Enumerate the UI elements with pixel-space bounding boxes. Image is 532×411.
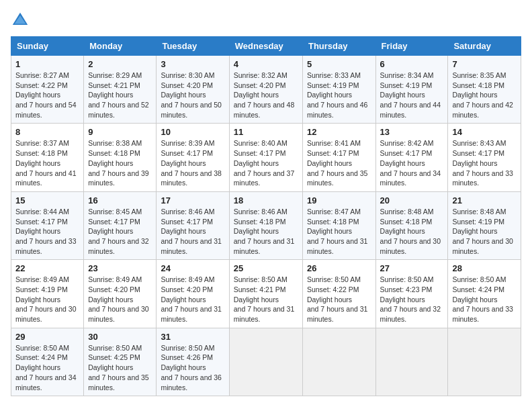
calendar-cell: 8 Sunrise: 8:37 AM Sunset: 4:18 PM Dayli… <box>11 124 84 191</box>
day-number: 19 <box>307 195 371 205</box>
calendar-cell: 5 Sunrise: 8:33 AM Sunset: 4:19 PM Dayli… <box>302 56 375 124</box>
day-number: 10 <box>161 127 224 137</box>
weekday-header-wednesday: Wednesday <box>229 37 302 56</box>
calendar-cell: 16 Sunrise: 8:45 AM Sunset: 4:17 PM Dayl… <box>84 191 157 259</box>
day-detail: Sunrise: 8:43 AM Sunset: 4:17 PM Dayligh… <box>452 138 517 187</box>
day-number: 9 <box>88 127 152 137</box>
day-number: 29 <box>15 332 79 342</box>
calendar-cell: 22 Sunrise: 8:49 AM Sunset: 4:19 PM Dayl… <box>11 260 84 328</box>
day-detail: Sunrise: 8:48 AM Sunset: 4:19 PM Dayligh… <box>452 207 517 256</box>
day-number: 30 <box>88 332 152 342</box>
day-number: 2 <box>88 59 152 69</box>
weekday-header-thursday: Thursday <box>302 37 375 56</box>
calendar-cell: 1 Sunrise: 8:27 AM Sunset: 4:22 PM Dayli… <box>11 56 84 124</box>
day-detail: Sunrise: 8:49 AM Sunset: 4:20 PM Dayligh… <box>88 275 152 324</box>
day-detail: Sunrise: 8:41 AM Sunset: 4:17 PM Dayligh… <box>307 138 371 187</box>
calendar-cell: 12 Sunrise: 8:41 AM Sunset: 4:17 PM Dayl… <box>302 124 375 191</box>
day-number: 24 <box>161 263 224 273</box>
day-detail: Sunrise: 8:49 AM Sunset: 4:19 PM Dayligh… <box>15 275 79 324</box>
calendar-cell <box>229 328 302 396</box>
day-detail: Sunrise: 8:50 AM Sunset: 4:24 PM Dayligh… <box>452 275 517 324</box>
day-detail: Sunrise: 8:39 AM Sunset: 4:17 PM Dayligh… <box>161 138 224 187</box>
day-detail: Sunrise: 8:50 AM Sunset: 4:22 PM Dayligh… <box>307 275 371 324</box>
day-detail: Sunrise: 8:50 AM Sunset: 4:24 PM Dayligh… <box>15 343 79 392</box>
calendar-cell <box>375 328 448 396</box>
day-detail: Sunrise: 8:38 AM Sunset: 4:18 PM Dayligh… <box>88 138 152 187</box>
page-header <box>11 11 521 30</box>
weekday-header-tuesday: Tuesday <box>157 37 229 56</box>
day-number: 14 <box>452 127 517 137</box>
day-detail: Sunrise: 8:37 AM Sunset: 4:18 PM Dayligh… <box>15 138 79 187</box>
calendar-cell: 13 Sunrise: 8:42 AM Sunset: 4:17 PM Dayl… <box>375 124 448 191</box>
calendar-cell: 31 Sunrise: 8:50 AM Sunset: 4:26 PM Dayl… <box>157 328 229 396</box>
day-number: 6 <box>380 59 444 69</box>
calendar-cell: 11 Sunrise: 8:40 AM Sunset: 4:17 PM Dayl… <box>229 124 302 191</box>
day-detail: Sunrise: 8:47 AM Sunset: 4:18 PM Dayligh… <box>307 207 371 256</box>
day-detail: Sunrise: 8:34 AM Sunset: 4:19 PM Dayligh… <box>380 71 444 120</box>
day-number: 12 <box>307 127 371 137</box>
day-number: 27 <box>380 263 444 273</box>
calendar-cell: 20 Sunrise: 8:48 AM Sunset: 4:18 PM Dayl… <box>375 191 448 259</box>
day-number: 11 <box>234 127 298 137</box>
day-number: 4 <box>234 59 298 69</box>
calendar-cell: 21 Sunrise: 8:48 AM Sunset: 4:19 PM Dayl… <box>448 191 521 259</box>
calendar-cell: 28 Sunrise: 8:50 AM Sunset: 4:24 PM Dayl… <box>448 260 521 328</box>
day-number: 13 <box>380 127 444 137</box>
day-detail: Sunrise: 8:27 AM Sunset: 4:22 PM Dayligh… <box>15 71 79 120</box>
day-detail: Sunrise: 8:50 AM Sunset: 4:23 PM Dayligh… <box>380 275 444 324</box>
calendar-cell: 18 Sunrise: 8:46 AM Sunset: 4:18 PM Dayl… <box>229 191 302 259</box>
day-detail: Sunrise: 8:30 AM Sunset: 4:20 PM Dayligh… <box>161 71 224 120</box>
calendar-cell: 26 Sunrise: 8:50 AM Sunset: 4:22 PM Dayl… <box>302 260 375 328</box>
calendar-header-row: SundayMondayTuesdayWednesdayThursdayFrid… <box>11 37 521 56</box>
day-number: 5 <box>307 59 371 69</box>
calendar-cell: 14 Sunrise: 8:43 AM Sunset: 4:17 PM Dayl… <box>448 124 521 191</box>
calendar-cell: 10 Sunrise: 8:39 AM Sunset: 4:17 PM Dayl… <box>157 124 229 191</box>
calendar-week-4: 22 Sunrise: 8:49 AM Sunset: 4:19 PM Dayl… <box>11 260 521 328</box>
day-detail: Sunrise: 8:46 AM Sunset: 4:17 PM Dayligh… <box>161 207 224 256</box>
calendar-table: SundayMondayTuesdayWednesdayThursdayFrid… <box>11 36 521 396</box>
day-number: 3 <box>161 59 224 69</box>
day-detail: Sunrise: 8:49 AM Sunset: 4:20 PM Dayligh… <box>161 275 224 324</box>
calendar-cell: 25 Sunrise: 8:50 AM Sunset: 4:21 PM Dayl… <box>229 260 302 328</box>
day-detail: Sunrise: 8:32 AM Sunset: 4:20 PM Dayligh… <box>234 71 298 120</box>
day-number: 25 <box>234 263 298 273</box>
day-number: 8 <box>15 127 79 137</box>
day-number: 23 <box>88 263 152 273</box>
day-detail: Sunrise: 8:33 AM Sunset: 4:19 PM Dayligh… <box>307 71 371 120</box>
day-number: 31 <box>161 332 224 342</box>
calendar-cell: 19 Sunrise: 8:47 AM Sunset: 4:18 PM Dayl… <box>302 191 375 259</box>
day-number: 21 <box>452 195 517 205</box>
day-detail: Sunrise: 8:48 AM Sunset: 4:18 PM Dayligh… <box>380 207 444 256</box>
calendar-cell <box>448 328 521 396</box>
calendar-cell: 4 Sunrise: 8:32 AM Sunset: 4:20 PM Dayli… <box>229 56 302 124</box>
day-number: 17 <box>161 195 224 205</box>
calendar-cell: 29 Sunrise: 8:50 AM Sunset: 4:24 PM Dayl… <box>11 328 84 396</box>
day-number: 26 <box>307 263 371 273</box>
logo-icon <box>11 11 30 30</box>
day-detail: Sunrise: 8:46 AM Sunset: 4:18 PM Dayligh… <box>234 207 298 256</box>
day-detail: Sunrise: 8:50 AM Sunset: 4:26 PM Dayligh… <box>161 343 224 392</box>
calendar-cell: 27 Sunrise: 8:50 AM Sunset: 4:23 PM Dayl… <box>375 260 448 328</box>
calendar-cell: 15 Sunrise: 8:44 AM Sunset: 4:17 PM Dayl… <box>11 191 84 259</box>
day-number: 1 <box>15 59 79 69</box>
day-number: 7 <box>452 59 517 69</box>
calendar-cell: 24 Sunrise: 8:49 AM Sunset: 4:20 PM Dayl… <box>157 260 229 328</box>
weekday-header-sunday: Sunday <box>11 37 84 56</box>
calendar-cell: 30 Sunrise: 8:50 AM Sunset: 4:25 PM Dayl… <box>84 328 157 396</box>
day-detail: Sunrise: 8:50 AM Sunset: 4:25 PM Dayligh… <box>88 343 152 392</box>
day-detail: Sunrise: 8:50 AM Sunset: 4:21 PM Dayligh… <box>234 275 298 324</box>
day-number: 28 <box>452 263 517 273</box>
calendar-cell: 2 Sunrise: 8:29 AM Sunset: 4:21 PM Dayli… <box>84 56 157 124</box>
day-detail: Sunrise: 8:29 AM Sunset: 4:21 PM Dayligh… <box>88 71 152 120</box>
day-number: 18 <box>234 195 298 205</box>
calendar-week-1: 1 Sunrise: 8:27 AM Sunset: 4:22 PM Dayli… <box>11 56 521 124</box>
calendar-cell: 17 Sunrise: 8:46 AM Sunset: 4:17 PM Dayl… <box>157 191 229 259</box>
day-detail: Sunrise: 8:35 AM Sunset: 4:18 PM Dayligh… <box>452 71 517 120</box>
calendar-week-2: 8 Sunrise: 8:37 AM Sunset: 4:18 PM Dayli… <box>11 124 521 191</box>
day-number: 22 <box>15 263 79 273</box>
day-detail: Sunrise: 8:44 AM Sunset: 4:17 PM Dayligh… <box>15 207 79 256</box>
day-number: 20 <box>380 195 444 205</box>
calendar-week-5: 29 Sunrise: 8:50 AM Sunset: 4:24 PM Dayl… <box>11 328 521 396</box>
calendar-cell: 23 Sunrise: 8:49 AM Sunset: 4:20 PM Dayl… <box>84 260 157 328</box>
calendar-cell: 9 Sunrise: 8:38 AM Sunset: 4:18 PM Dayli… <box>84 124 157 191</box>
